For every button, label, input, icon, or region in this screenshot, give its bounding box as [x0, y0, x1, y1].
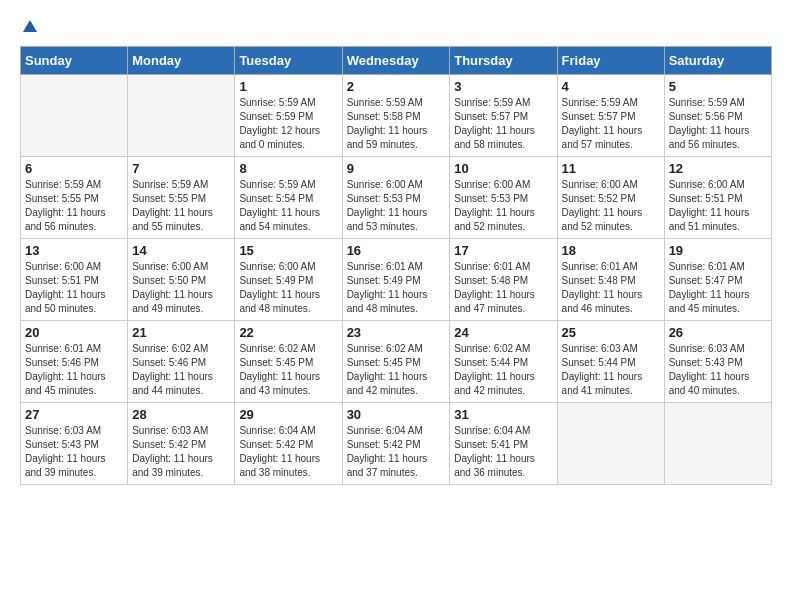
calendar-week-0: 1Sunrise: 5:59 AM Sunset: 5:59 PM Daylig…: [21, 75, 772, 157]
day-number: 24: [454, 325, 552, 340]
day-info: Sunrise: 6:03 AM Sunset: 5:42 PM Dayligh…: [132, 424, 230, 480]
calendar-cell: 1Sunrise: 5:59 AM Sunset: 5:59 PM Daylig…: [235, 75, 342, 157]
day-info: Sunrise: 5:59 AM Sunset: 5:59 PM Dayligh…: [239, 96, 337, 152]
day-info: Sunrise: 6:00 AM Sunset: 5:53 PM Dayligh…: [454, 178, 552, 234]
day-info: Sunrise: 5:59 AM Sunset: 5:58 PM Dayligh…: [347, 96, 446, 152]
day-info: Sunrise: 5:59 AM Sunset: 5:57 PM Dayligh…: [454, 96, 552, 152]
calendar-cell: 14Sunrise: 6:00 AM Sunset: 5:50 PM Dayli…: [128, 239, 235, 321]
day-number: 29: [239, 407, 337, 422]
header-monday: Monday: [128, 47, 235, 75]
calendar-cell: 30Sunrise: 6:04 AM Sunset: 5:42 PM Dayli…: [342, 403, 450, 485]
day-info: Sunrise: 6:00 AM Sunset: 5:51 PM Dayligh…: [669, 178, 767, 234]
day-info: Sunrise: 6:01 AM Sunset: 5:46 PM Dayligh…: [25, 342, 123, 398]
calendar-cell: 2Sunrise: 5:59 AM Sunset: 5:58 PM Daylig…: [342, 75, 450, 157]
calendar: SundayMondayTuesdayWednesdayThursdayFrid…: [20, 46, 772, 485]
calendar-cell: 6Sunrise: 5:59 AM Sunset: 5:55 PM Daylig…: [21, 157, 128, 239]
day-info: Sunrise: 6:02 AM Sunset: 5:45 PM Dayligh…: [239, 342, 337, 398]
day-number: 12: [669, 161, 767, 176]
calendar-cell: 12Sunrise: 6:00 AM Sunset: 5:51 PM Dayli…: [664, 157, 771, 239]
day-info: Sunrise: 5:59 AM Sunset: 5:54 PM Dayligh…: [239, 178, 337, 234]
calendar-cell: [557, 403, 664, 485]
calendar-cell: 5Sunrise: 5:59 AM Sunset: 5:56 PM Daylig…: [664, 75, 771, 157]
calendar-cell: 13Sunrise: 6:00 AM Sunset: 5:51 PM Dayli…: [21, 239, 128, 321]
day-info: Sunrise: 6:02 AM Sunset: 5:46 PM Dayligh…: [132, 342, 230, 398]
day-info: Sunrise: 6:00 AM Sunset: 5:49 PM Dayligh…: [239, 260, 337, 316]
calendar-cell: 7Sunrise: 5:59 AM Sunset: 5:55 PM Daylig…: [128, 157, 235, 239]
day-info: Sunrise: 6:04 AM Sunset: 5:41 PM Dayligh…: [454, 424, 552, 480]
logo: [20, 20, 37, 36]
header: [20, 20, 772, 36]
calendar-week-2: 13Sunrise: 6:00 AM Sunset: 5:51 PM Dayli…: [21, 239, 772, 321]
header-tuesday: Tuesday: [235, 47, 342, 75]
day-info: Sunrise: 6:01 AM Sunset: 5:48 PM Dayligh…: [562, 260, 660, 316]
header-thursday: Thursday: [450, 47, 557, 75]
day-number: 8: [239, 161, 337, 176]
day-info: Sunrise: 6:03 AM Sunset: 5:43 PM Dayligh…: [25, 424, 123, 480]
day-number: 31: [454, 407, 552, 422]
day-number: 6: [25, 161, 123, 176]
header-sunday: Sunday: [21, 47, 128, 75]
calendar-cell: 23Sunrise: 6:02 AM Sunset: 5:45 PM Dayli…: [342, 321, 450, 403]
day-number: 9: [347, 161, 446, 176]
day-number: 4: [562, 79, 660, 94]
calendar-cell: 29Sunrise: 6:04 AM Sunset: 5:42 PM Dayli…: [235, 403, 342, 485]
calendar-cell: 24Sunrise: 6:02 AM Sunset: 5:44 PM Dayli…: [450, 321, 557, 403]
calendar-cell: 28Sunrise: 6:03 AM Sunset: 5:42 PM Dayli…: [128, 403, 235, 485]
calendar-cell: 17Sunrise: 6:01 AM Sunset: 5:48 PM Dayli…: [450, 239, 557, 321]
day-info: Sunrise: 6:02 AM Sunset: 5:44 PM Dayligh…: [454, 342, 552, 398]
day-info: Sunrise: 6:02 AM Sunset: 5:45 PM Dayligh…: [347, 342, 446, 398]
calendar-cell: 10Sunrise: 6:00 AM Sunset: 5:53 PM Dayli…: [450, 157, 557, 239]
day-number: 21: [132, 325, 230, 340]
calendar-cell: 16Sunrise: 6:01 AM Sunset: 5:49 PM Dayli…: [342, 239, 450, 321]
calendar-cell: 27Sunrise: 6:03 AM Sunset: 5:43 PM Dayli…: [21, 403, 128, 485]
day-info: Sunrise: 6:01 AM Sunset: 5:48 PM Dayligh…: [454, 260, 552, 316]
day-number: 14: [132, 243, 230, 258]
day-number: 28: [132, 407, 230, 422]
day-number: 13: [25, 243, 123, 258]
day-number: 2: [347, 79, 446, 94]
calendar-cell: 11Sunrise: 6:00 AM Sunset: 5:52 PM Dayli…: [557, 157, 664, 239]
day-info: Sunrise: 6:03 AM Sunset: 5:43 PM Dayligh…: [669, 342, 767, 398]
day-info: Sunrise: 6:03 AM Sunset: 5:44 PM Dayligh…: [562, 342, 660, 398]
calendar-cell: 21Sunrise: 6:02 AM Sunset: 5:46 PM Dayli…: [128, 321, 235, 403]
header-friday: Friday: [557, 47, 664, 75]
header-wednesday: Wednesday: [342, 47, 450, 75]
day-number: 22: [239, 325, 337, 340]
calendar-cell: [128, 75, 235, 157]
calendar-header-row: SundayMondayTuesdayWednesdayThursdayFrid…: [21, 47, 772, 75]
day-number: 23: [347, 325, 446, 340]
day-number: 25: [562, 325, 660, 340]
calendar-cell: 26Sunrise: 6:03 AM Sunset: 5:43 PM Dayli…: [664, 321, 771, 403]
day-number: 5: [669, 79, 767, 94]
day-number: 16: [347, 243, 446, 258]
day-info: Sunrise: 6:04 AM Sunset: 5:42 PM Dayligh…: [239, 424, 337, 480]
day-number: 1: [239, 79, 337, 94]
day-info: Sunrise: 6:00 AM Sunset: 5:51 PM Dayligh…: [25, 260, 123, 316]
day-number: 18: [562, 243, 660, 258]
calendar-cell: 9Sunrise: 6:00 AM Sunset: 5:53 PM Daylig…: [342, 157, 450, 239]
day-number: 10: [454, 161, 552, 176]
day-number: 15: [239, 243, 337, 258]
calendar-cell: [21, 75, 128, 157]
calendar-week-4: 27Sunrise: 6:03 AM Sunset: 5:43 PM Dayli…: [21, 403, 772, 485]
day-number: 17: [454, 243, 552, 258]
day-info: Sunrise: 5:59 AM Sunset: 5:55 PM Dayligh…: [25, 178, 123, 234]
calendar-cell: 4Sunrise: 5:59 AM Sunset: 5:57 PM Daylig…: [557, 75, 664, 157]
day-info: Sunrise: 6:04 AM Sunset: 5:42 PM Dayligh…: [347, 424, 446, 480]
day-info: Sunrise: 5:59 AM Sunset: 5:57 PM Dayligh…: [562, 96, 660, 152]
day-info: Sunrise: 6:01 AM Sunset: 5:47 PM Dayligh…: [669, 260, 767, 316]
day-info: Sunrise: 5:59 AM Sunset: 5:55 PM Dayligh…: [132, 178, 230, 234]
day-info: Sunrise: 6:01 AM Sunset: 5:49 PM Dayligh…: [347, 260, 446, 316]
day-number: 20: [25, 325, 123, 340]
day-info: Sunrise: 6:00 AM Sunset: 5:50 PM Dayligh…: [132, 260, 230, 316]
logo-icon: [23, 20, 37, 32]
calendar-cell: 15Sunrise: 6:00 AM Sunset: 5:49 PM Dayli…: [235, 239, 342, 321]
day-number: 19: [669, 243, 767, 258]
day-info: Sunrise: 5:59 AM Sunset: 5:56 PM Dayligh…: [669, 96, 767, 152]
calendar-cell: 20Sunrise: 6:01 AM Sunset: 5:46 PM Dayli…: [21, 321, 128, 403]
calendar-cell: 19Sunrise: 6:01 AM Sunset: 5:47 PM Dayli…: [664, 239, 771, 321]
day-number: 3: [454, 79, 552, 94]
day-number: 26: [669, 325, 767, 340]
header-saturday: Saturday: [664, 47, 771, 75]
calendar-cell: 22Sunrise: 6:02 AM Sunset: 5:45 PM Dayli…: [235, 321, 342, 403]
